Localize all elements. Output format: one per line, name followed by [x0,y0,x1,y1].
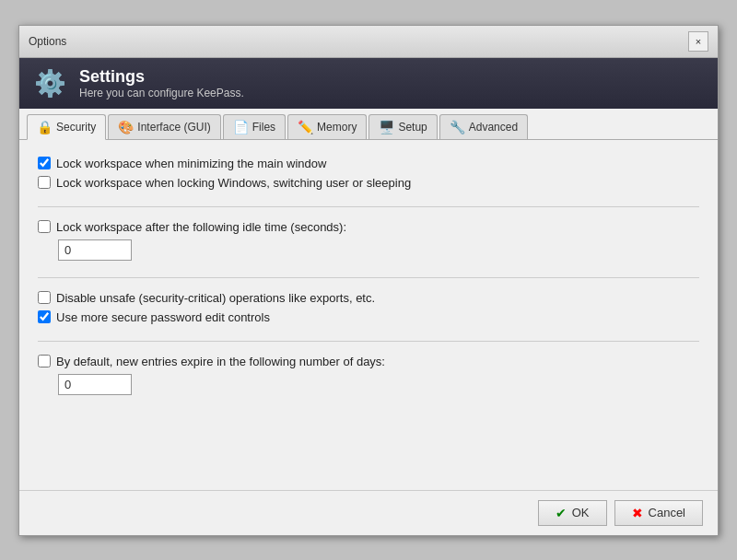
tab-interface[interactable]: 🎨 Interface (GUI) [108,114,220,139]
tab-security-label: Security [56,121,96,134]
expire-entries-row: By default, new entries expire in the fo… [38,355,699,368]
interface-tab-icon: 🎨 [118,120,134,134]
lock-minimize-label: Lock workspace when minimizing the main … [56,157,326,170]
lock-minimize-checkbox[interactable] [38,157,51,169]
expire-section: By default, new entries expire in the fo… [38,355,699,395]
lock-section: Lock workspace when minimizing the main … [38,157,699,190]
title-bar: Options × [19,26,718,58]
tab-security[interactable]: 🔒 Security [27,114,106,140]
divider-2 [38,277,699,278]
footer: ✔ OK ✖ Cancel [19,490,718,535]
lock-windows-row: Lock workspace when locking Windows, swi… [38,176,699,190]
window-title: Options [29,35,66,48]
advanced-tab-icon: 🔧 [450,120,465,134]
ok-icon: ✔ [556,506,567,520]
ok-button[interactable]: ✔ OK [538,500,607,526]
close-button[interactable]: × [688,31,708,52]
ok-label: OK [572,506,590,519]
lock-idle-checkbox[interactable] [38,220,51,233]
tab-memory[interactable]: ✏️ Memory [287,114,367,139]
security-tab-icon: 🔒 [37,120,53,134]
cancel-label: Cancel [649,506,685,519]
expire-days-input[interactable] [58,374,132,395]
lock-windows-label: Lock workspace when locking Windows, swi… [56,176,411,190]
secure-password-label: Use more secure password edit controls [56,310,270,324]
memory-tab-icon: ✏️ [298,120,313,134]
content-area: Lock workspace when minimizing the main … [19,140,718,490]
divider-3 [38,341,699,342]
tab-interface-label: Interface (GUI) [137,121,210,134]
files-tab-icon: 📄 [233,120,249,134]
divider-1 [38,206,699,207]
tab-setup[interactable]: 🖥️ Setup [368,114,437,139]
tab-memory-label: Memory [317,121,357,134]
cancel-button[interactable]: ✖ Cancel [614,500,703,526]
tab-advanced-label: Advanced [469,121,518,134]
secure-password-row: Use more secure password edit controls [38,310,699,324]
setup-tab-icon: 🖥️ [379,120,394,134]
disable-unsafe-label: Disable unsafe (security-critical) opera… [56,291,375,305]
header-title: Settings [79,67,244,87]
lock-minimize-row: Lock workspace when minimizing the main … [38,157,699,170]
header-section: ⚙️ Settings Here you can configure KeePa… [19,58,718,109]
options-window: Options × ⚙️ Settings Here you can confi… [18,25,719,536]
tab-setup-label: Setup [398,121,427,134]
tab-files-label: Files [252,121,275,134]
security-section: Disable unsafe (security-critical) opera… [38,291,699,324]
lock-idle-row: Lock workspace after the following idle … [38,220,699,234]
header-subtitle: Here you can configure KeePass. [79,87,244,99]
settings-icon: ⚙️ [34,68,66,99]
secure-password-checkbox[interactable] [38,310,51,323]
tab-advanced[interactable]: 🔧 Advanced [439,114,528,139]
lock-windows-checkbox[interactable] [38,176,51,189]
lock-idle-label: Lock workspace after the following idle … [56,220,346,234]
idle-time-input[interactable] [58,239,132,261]
tab-files[interactable]: 📄 Files [223,114,286,139]
header-text: Settings Here you can configure KeePass. [79,67,244,99]
disable-unsafe-row: Disable unsafe (security-critical) opera… [38,291,699,305]
expire-entries-label: By default, new entries expire in the fo… [56,355,385,368]
disable-unsafe-checkbox[interactable] [38,291,51,304]
cancel-icon: ✖ [632,506,643,520]
idle-section: Lock workspace after the following idle … [38,220,699,261]
tabs-row: 🔒 Security 🎨 Interface (GUI) 📄 Files ✏️ … [19,109,718,140]
expire-entries-checkbox[interactable] [38,355,51,368]
